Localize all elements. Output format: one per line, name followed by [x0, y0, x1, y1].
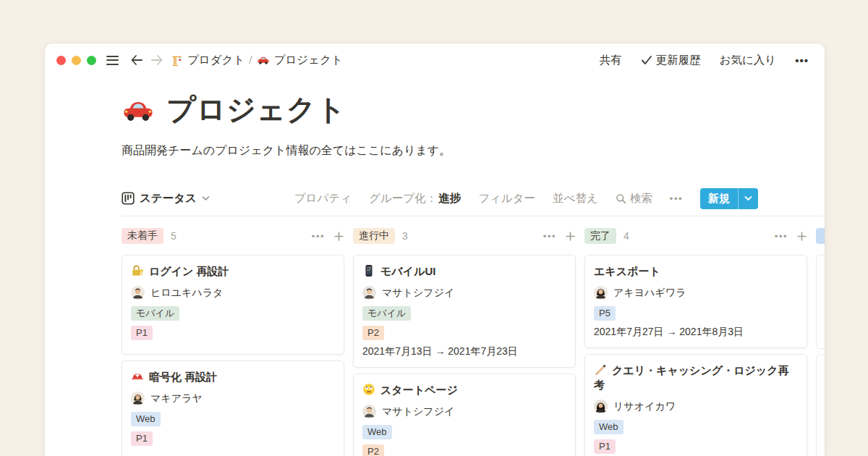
new-button-label: 新規 [700, 188, 738, 209]
breadcrumb-current-label: プロジェクト [274, 53, 343, 68]
forward-arrow-icon[interactable] [150, 54, 163, 66]
back-arrow-icon[interactable] [130, 54, 143, 66]
tag: P2 [362, 444, 384, 456]
kanban-card[interactable]: エキスポート アキヨハギワラ P5 2021年7月27日 → 2021年8月3日 [584, 255, 807, 348]
column-count: 4 [624, 230, 629, 242]
tag: P5 [594, 306, 616, 321]
column-more-button[interactable]: ••• [312, 231, 325, 242]
group-by-button[interactable]: グループ化：進捗 [369, 191, 461, 206]
share-button[interactable]: 共有 [600, 53, 622, 68]
card-title: ログイン 再設計 [149, 265, 229, 277]
assignee-name: アキヨハギワラ [613, 287, 686, 300]
board-view-icon [122, 192, 135, 205]
avatar [362, 286, 376, 300]
avatar [362, 405, 376, 418]
breadcrumb-parent-label: プロダクト [187, 53, 244, 68]
kanban-card[interactable]: 暗号化 再設計 マキアラヤ Web P1 [122, 360, 344, 456]
column-add-card-button[interactable] [565, 231, 576, 242]
page-title[interactable]: プロジェクト [166, 90, 346, 130]
sort-button[interactable]: 並べ替え [553, 191, 598, 206]
assignee-name: マキアラヤ [150, 392, 203, 405]
breadcrumb-parent[interactable]: プロダクト [171, 53, 244, 68]
card-title: 暗号化 再設計 [149, 371, 217, 383]
tag: P2 [362, 326, 384, 340]
view-toolbar: ステータス プロパティ グループ化：進捗 フィルター 並べ替え 検索 ••• 新… [122, 185, 758, 211]
page-title-car-icon [122, 93, 155, 127]
window-titlebar: プロダクト / プロジェクト 共有 更新履歴 お気に入り ••• [45, 43, 825, 77]
card-date-range: 2021年7月13日 → 2021年7月23日 [362, 345, 566, 358]
crane-icon [171, 54, 183, 67]
tag: モバイル [362, 306, 411, 321]
column-status-badge[interactable]: 進行中 [353, 228, 395, 244]
board-column-partial [816, 227, 825, 456]
assignee-name: マサトシフジイ [382, 405, 454, 418]
avatar [594, 400, 608, 413]
tag: P1 [131, 431, 153, 446]
lock-icon [131, 264, 144, 277]
tag: Web [362, 425, 392, 439]
maximize-window-icon[interactable] [87, 56, 96, 65]
card-date-range: 2021年7月27日 → 2021年8月3日 [594, 326, 798, 339]
column-count: 5 [171, 230, 176, 242]
column-add-card-button[interactable] [333, 231, 344, 242]
avatar [131, 286, 145, 300]
column-more-button[interactable]: ••• [543, 231, 556, 242]
updates-button[interactable]: 更新履歴 [641, 53, 701, 68]
avatar [594, 286, 608, 300]
phone-icon [362, 264, 375, 277]
assignee-name: マサトシフジイ [382, 287, 454, 300]
checkmark-icon [641, 55, 652, 65]
column-status-badge[interactable]: 完了 [584, 228, 616, 244]
favorites-button[interactable]: お気に入り [720, 53, 777, 68]
column-count: 3 [402, 230, 408, 242]
close-window-icon[interactable] [56, 56, 66, 65]
card-title: モバイルUI [380, 265, 435, 277]
kanban-card[interactable] [816, 355, 825, 456]
new-button-chevron-down-icon[interactable] [739, 188, 758, 209]
kanban-board: 未着手 5 ••• [122, 227, 825, 456]
column-status-badge[interactable] [816, 228, 825, 244]
helmet-icon [131, 370, 144, 383]
breadcrumb-current[interactable]: プロジェクト [257, 53, 343, 68]
view-selector[interactable]: ステータス [122, 191, 210, 206]
car-icon [257, 54, 270, 67]
page-description[interactable]: 商品開発チームのプロジェクト情報の全てはここにあります。 [122, 143, 451, 159]
view-chevron-down-icon [202, 195, 210, 201]
tag: Web [131, 412, 161, 426]
assignee-name: ヒロユキハラタ [150, 287, 223, 300]
tag: モバイル [131, 306, 179, 321]
window-more-button[interactable]: ••• [795, 54, 809, 67]
column-status-badge[interactable]: 未着手 [122, 228, 163, 244]
rolling-eyes-icon [362, 383, 375, 396]
search-button[interactable]: 検索 [616, 191, 652, 206]
breadcrumb-separator: / [249, 54, 252, 67]
tag: P1 [594, 439, 616, 454]
sidebar-menu-icon[interactable] [106, 56, 119, 65]
avatar [131, 392, 145, 405]
tag: Web [594, 420, 624, 434]
app-window: プロダクト / プロジェクト 共有 更新履歴 お気に入り ••• [45, 43, 825, 456]
search-icon [616, 193, 626, 204]
assignee-name: リサオイカワ [613, 400, 676, 413]
kanban-card[interactable] [816, 255, 825, 349]
column-add-card-button[interactable] [796, 231, 807, 242]
board-column-in-progress: 進行中 3 ••• [353, 227, 576, 456]
kanban-card[interactable]: クエリ・キャッシング・ロジック再考 リサオイカワ Web P1 [584, 354, 807, 456]
card-title: エキスポート [594, 265, 660, 277]
new-button[interactable]: 新規 [700, 188, 758, 209]
kanban-card[interactable]: モバイルUI マサトシフジイ モバイル P2 2021年7月13日 → 2021… [353, 255, 576, 368]
filter-button[interactable]: フィルター [478, 191, 535, 206]
kanban-card[interactable]: スタートページ マサトシフジイ Web P2 [353, 373, 576, 456]
group-by-value: 進捗 [438, 192, 461, 204]
kanban-card[interactable]: ログイン 再設計 ヒロユキハラタ モバイル P1 [122, 255, 344, 355]
card-title: クエリ・キャッシング・ロジック再考 [594, 364, 789, 391]
view-name: ステータス [140, 191, 197, 206]
minimize-window-icon[interactable] [72, 56, 81, 65]
toolbar-divider [122, 216, 825, 216]
board-column-not-started: 未着手 5 ••• [122, 227, 344, 456]
card-title: スタートページ [380, 384, 458, 396]
tag: P1 [131, 326, 153, 340]
properties-button[interactable]: プロパティ [294, 191, 352, 206]
column-more-button[interactable]: ••• [775, 231, 788, 242]
toolbar-more-button[interactable]: ••• [670, 193, 683, 204]
